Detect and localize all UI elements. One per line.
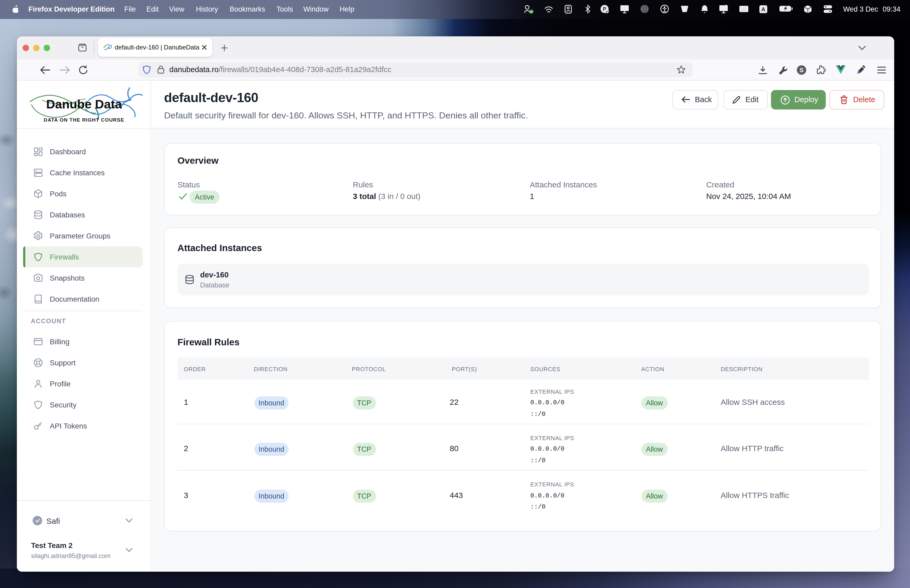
svg-text:A: A	[761, 6, 765, 13]
